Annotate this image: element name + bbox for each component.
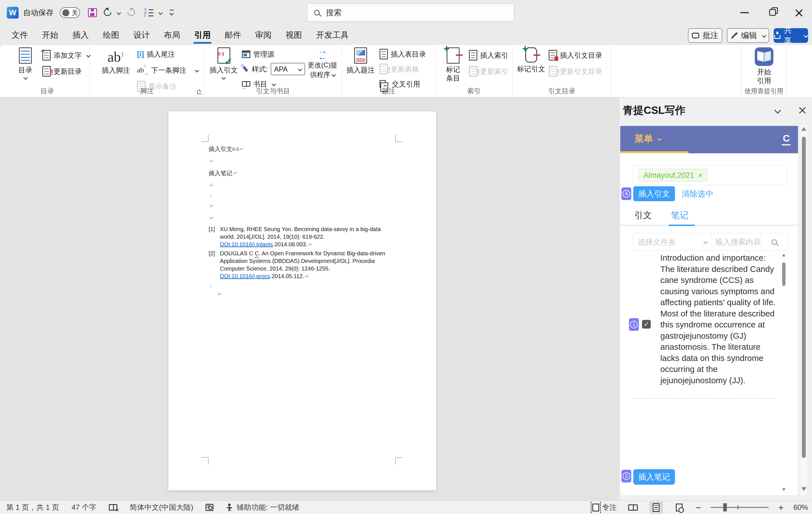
customize-quick-access-icon[interactable] (169, 9, 174, 16)
read-mode-button[interactable] (626, 501, 640, 514)
accessibility-status[interactable]: 辅助功能: 一切就绪 (236, 503, 299, 512)
toc-button[interactable]: 目录 (11, 47, 40, 79)
tab-review[interactable]: 审阅 (248, 25, 279, 45)
scroll-up-icon[interactable] (782, 254, 786, 256)
save-icon[interactable] (88, 8, 97, 17)
note-separator (632, 398, 776, 399)
change-provider-button[interactable]: 更改(C)提 供程序 (305, 47, 340, 79)
pane-chevron-down-icon[interactable] (774, 107, 781, 114)
tab-insert[interactable]: 插入 (65, 25, 96, 45)
update-toc-button[interactable]: ! 更新目录 (42, 65, 90, 78)
autosave-state: 关 (71, 8, 78, 17)
zoom-slider-thumb[interactable] (723, 503, 727, 511)
tab-home[interactable]: 开始 (35, 25, 65, 45)
comments-button[interactable]: 批注 (688, 28, 722, 43)
step-badge-2: 2 (621, 470, 631, 482)
zoom-slider[interactable] (711, 507, 768, 508)
editing-mode-button[interactable]: 编辑 (727, 28, 769, 43)
restore-window-icon[interactable] (769, 9, 776, 16)
doc-line: ↵ (209, 200, 396, 212)
insert-citation-button[interactable]: (–)✓ 插入引文 (207, 47, 240, 79)
read-mode-icon (628, 505, 638, 511)
reference-item[interactable]: [1] XU Meng, RHEE Seung Yon. Becoming da… (209, 225, 396, 248)
doi-link[interactable]: DOI:10.1016/j.tplants (220, 241, 273, 247)
undo-icon[interactable] (102, 7, 113, 18)
tab-design[interactable]: 设计 (126, 25, 157, 45)
mark-citation-button[interactable]: + 标记引文 (515, 47, 547, 73)
insert-citation-pane-button[interactable]: 插入引文 (633, 186, 675, 201)
tab-layout[interactable]: 布局 (157, 25, 187, 45)
share-button[interactable]: 共享 (774, 28, 808, 43)
insert-index-button[interactable]: 插入索引 (469, 49, 509, 61)
pane-scrollbar[interactable] (801, 125, 807, 496)
scroll-up-icon[interactable] (801, 127, 806, 131)
tab-view[interactable]: 视图 (279, 25, 309, 45)
tab-developer[interactable]: 开发工具 (309, 25, 356, 45)
clear-selection-link[interactable]: 清除选中 (682, 186, 713, 201)
insert-table-of-figures-button[interactable]: 插入表目录 (379, 48, 426, 60)
proofing-icon[interactable] (109, 504, 117, 511)
note-search-button[interactable] (761, 233, 787, 250)
crop-mark-icon (201, 457, 209, 464)
next-footnote-button[interactable]: 1→ 下一条脚注 (137, 64, 199, 77)
tab-file[interactable]: 文件 (4, 25, 35, 45)
scroll-down-icon[interactable] (801, 487, 806, 491)
search-box[interactable]: 搜索 (307, 4, 514, 22)
numbering-icon[interactable] (144, 8, 154, 17)
pane-card: 菜单 C Almayouf,2021 × 4 插入引文 清除选中 引文 笔记 选… (620, 126, 798, 496)
autosave-toggle[interactable]: 关 (60, 7, 80, 18)
undo-chevron-icon[interactable] (117, 11, 121, 15)
insert-endnote-button[interactable]: 插入尾注 (137, 48, 199, 60)
web-layout-button[interactable] (672, 501, 686, 514)
word-count[interactable]: 47 个字 (71, 503, 96, 512)
manage-sources-button[interactable]: 管理源 (242, 48, 305, 60)
tab-references[interactable]: 引用 (187, 25, 218, 45)
insert-caption-button[interactable]: 插入题注 (344, 47, 377, 74)
insert-note-button[interactable]: 插入笔记 (633, 469, 675, 485)
word-logo-icon[interactable]: W (7, 7, 19, 19)
folder-select[interactable]: 选择文件夹 (633, 233, 712, 250)
language-indicator[interactable]: 简体中文(中国大陆) (130, 503, 193, 512)
document-text[interactable]: 插入引文[1,2]↵ ↵ 插入笔记↵ ↵ ↓ ↵ ↵ [1] XU Meng, … (209, 143, 396, 298)
insert-footnote-button[interactable]: ab1 插入脚注 (97, 47, 134, 74)
print-layout-button[interactable] (649, 501, 663, 514)
refresh-icon[interactable]: C (782, 133, 790, 145)
zoom-out-icon[interactable]: − (696, 503, 701, 512)
doi-link[interactable]: DOI:10.1016/j.procs (220, 273, 270, 279)
note-search-input[interactable]: 输入搜索内容 (712, 233, 761, 250)
chip-remove-icon[interactable]: × (698, 172, 702, 179)
add-text-button[interactable]: + 添加文字 (42, 49, 90, 61)
qingti-book-icon (755, 47, 773, 66)
reference-item[interactable]: [2] DOUGLAS C C. An Open Framework for D… (209, 250, 396, 280)
document-page[interactable]: 插入引文[1,2]↵ ↵ 插入笔记↵ ↵ ↓ ↵ ↵ [1] XU Meng, … (168, 111, 436, 490)
tab-notes[interactable]: 笔记 (671, 209, 689, 221)
style-select[interactable]: APA (271, 63, 305, 75)
tab-draw[interactable]: 绘图 (96, 25, 126, 45)
zoom-level[interactable]: 60% (793, 503, 808, 512)
scrollbar-thumb[interactable] (782, 262, 785, 286)
update-table-icon: ! (379, 64, 388, 74)
macro-record-icon[interactable] (206, 504, 213, 511)
insert-caption-icon (354, 47, 367, 64)
insert-table-of-authorities-button[interactable]: 插入引文目录 (549, 49, 602, 61)
scrollbar-thumb[interactable] (802, 137, 806, 458)
minimize-icon[interactable] (741, 12, 749, 13)
tab-mailings[interactable]: 邮件 (218, 25, 248, 45)
citation-chip[interactable]: Almayouf,2021 × (638, 169, 708, 182)
menu-banner: 菜单 C (620, 126, 798, 153)
menu-dropdown[interactable]: 菜单 (634, 126, 661, 151)
focus-mode-button[interactable]: 专注 (592, 503, 617, 512)
note-list-scrollbar[interactable] (782, 252, 786, 492)
page-indicator[interactable]: 第 1 页，共 1 页 (6, 503, 59, 512)
note-text[interactable]: Introduction and importance: The literat… (660, 252, 777, 386)
scroll-down-icon[interactable] (782, 488, 786, 491)
selected-citations-box: Almayouf,2021 × (633, 165, 787, 185)
mark-entry-button[interactable]: + 标记条目 (439, 47, 467, 83)
note-checkbox[interactable]: ✓ (642, 320, 651, 329)
numbering-chevron-icon[interactable] (158, 11, 163, 15)
tab-citations[interactable]: 引文 (634, 209, 652, 221)
close-window-icon[interactable] (794, 8, 804, 18)
start-citing-button[interactable]: 开始引用 (750, 47, 778, 85)
pane-close-icon[interactable] (798, 106, 807, 115)
zoom-in-icon[interactable]: + (778, 503, 784, 512)
